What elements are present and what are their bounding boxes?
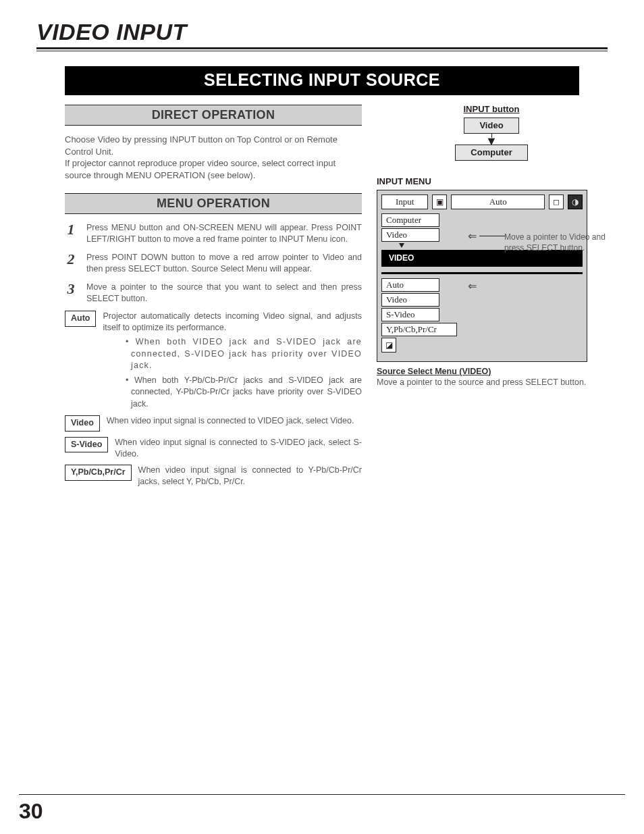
step-2: 2 Press POINT DOWN button to move a red … (65, 252, 362, 275)
osd-item-video: Video (381, 228, 439, 242)
option-text: When video input signal is connected to … (115, 437, 362, 460)
footer-rule (19, 794, 625, 795)
pointer-left-icon: ⇐ (468, 280, 477, 292)
osd-sub-video: Video (381, 293, 439, 307)
direct-operation-text: Choose Video by pressing INPUT button on… (65, 134, 362, 181)
bullet: When both VIDEO jack and S-VIDEO jack ar… (126, 336, 362, 372)
rule-thick (36, 47, 608, 49)
option-text: When video input signal is connected to … (138, 465, 362, 488)
option-label: Y,Pb/Cb,Pr/Cr (65, 465, 132, 481)
osd-sub-ypbcb: Y,Pb/Cb,Pr/Cr (381, 323, 457, 336)
source-select-text: Move a pointer to the source and press S… (377, 377, 606, 387)
step-number: 3 (65, 282, 77, 305)
input-menu-heading: INPUT MENU (377, 177, 606, 186)
diagram-video: Video (464, 118, 518, 134)
step-number: 1 (65, 222, 77, 245)
direct-operation-heading: DIRECT OPERATION (65, 105, 362, 126)
diagram-title: INPUT button (463, 105, 519, 113)
step-number: 2 (65, 252, 77, 275)
option-svideo: S-Video When video input signal is conne… (65, 437, 362, 460)
osd-item-computer: Computer (381, 213, 439, 227)
option-ypbcb: Y,Pb/Cb,Pr/Cr When video input signal is… (65, 465, 362, 488)
pointer-left-icon: ⇐ (468, 230, 477, 242)
direct-p1: Choose Video by pressing INPUT button on… (65, 134, 338, 157)
option-label: S-Video (65, 437, 108, 453)
menu-operation-heading: MENU OPERATION (65, 193, 362, 214)
osd-input-label: Input (381, 194, 428, 209)
osd-callout: Move a pointer to Video and press SELECT… (504, 232, 606, 253)
osd-panel: Input ▣ Auto ◻ ◑ Computer Video ⇐ (377, 190, 587, 362)
page-number: 30 (19, 800, 43, 822)
chapter-title: VIDEO INPUT (36, 20, 608, 43)
direct-p2: If projector cannot reproduce proper vid… (65, 158, 336, 180)
option-text: Projector automatically detects incoming… (103, 311, 362, 334)
bullet: When both Y-Pb/Cb-Pr/Cr jacks and S-VIDE… (126, 375, 362, 411)
osd-mode: Auto (451, 194, 545, 209)
step-text: Move a pointer to the source that you wa… (86, 282, 362, 305)
menu-icon: ▣ (432, 194, 447, 209)
source-select-title: Source Select Menu (VIDEO) (377, 367, 606, 376)
step-1: 1 Press MENU button and ON-SCREEN MENU w… (65, 222, 362, 245)
rule-thin (36, 51, 608, 51)
osd-sub-svideo: S-Video (381, 308, 439, 321)
diagram-computer: Computer (455, 145, 527, 161)
arrow-down-icon (399, 243, 404, 248)
option-label: Auto (65, 311, 96, 327)
callout-line (479, 236, 505, 236)
section-bar: SELECTING INPUT SOURCE (65, 66, 579, 95)
option-text: When video input signal is connected to … (107, 415, 362, 427)
step-text: Press POINT DOWN button to move a red ar… (86, 252, 362, 275)
osd-sub-auto: Auto (381, 278, 439, 292)
menu-icon: ◻ (549, 194, 564, 209)
return-icon: ◪ (381, 338, 396, 353)
arrow-down-icon: ▼ (485, 138, 498, 145)
input-button-diagram: INPUT button Video ▼ Computer (437, 105, 545, 161)
option-label: Video (65, 415, 100, 432)
step-text: Press MENU button and ON-SCREEN MENU wil… (86, 222, 362, 245)
step-3: 3 Move a pointer to the source that you … (65, 282, 362, 305)
option-auto-bullets: When both VIDEO jack and S-VIDEO jack ar… (126, 336, 362, 410)
option-auto: Auto Projector automatically detects inc… (65, 311, 362, 334)
option-video: Video When video input signal is connect… (65, 415, 362, 432)
menu-icon: ◑ (568, 194, 583, 209)
